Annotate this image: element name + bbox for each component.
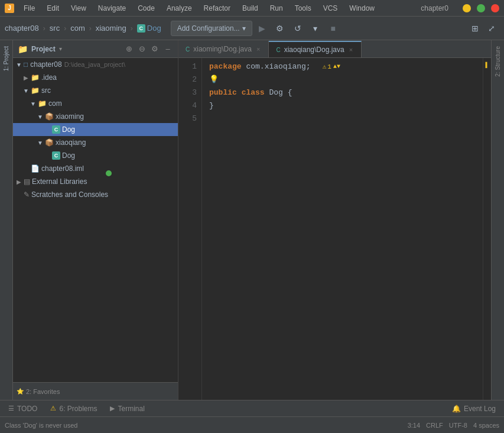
collapse-icon[interactable]: ⊖ [136,44,147,54]
tab-xiaoming-label: xiaoming\Dog.java [193,45,252,53]
menu-build[interactable]: Build [240,3,261,14]
event-log-button[interactable]: 🔔 Event Log [446,402,502,416]
menu-edit[interactable]: Edit [44,3,61,14]
menu-tools[interactable]: Tools [292,3,314,14]
warning-badge: ⚠ [323,60,327,73]
bulb-icon[interactable]: 💡 [209,73,219,86]
tab-problems[interactable]: ⚠ 6: Problems [44,402,103,416]
editor-area: C xiaoming\Dog.java × C xiaoqiang\Dog.ja… [178,40,491,400]
tree-item-iml[interactable]: ▶ 📄 chapter08.iml [13,162,178,175]
hide-icon[interactable]: – [162,44,173,54]
menu-view[interactable]: View [69,3,89,14]
close-button[interactable] [491,4,499,12]
tree-item-chapter08[interactable]: ▼ □ chapter08 D:\idea_java_project\ [13,58,178,71]
line-numbers: 1 2 3 4 5 [178,58,202,400]
external-libs-label: External Libraries [32,177,87,186]
menu-navigate[interactable]: Navigate [96,3,128,14]
tree-item-dog-xiaoming[interactable]: ▶ C Dog [13,123,178,136]
tree-item-external-libs[interactable]: ▶ ▤ External Libraries [13,175,178,188]
side-panel-left: 1: Project [0,40,13,400]
minimize-button[interactable] [463,4,471,12]
tree-item-com[interactable]: ▼ 📁 com [13,97,178,110]
scratches-label: Scratches and Consoles [31,190,108,199]
add-configuration-button[interactable]: Add Configuration... ▾ [171,21,252,36]
refresh-button[interactable]: ↺ [290,21,305,36]
tree-item-xiaoming[interactable]: ▼ 📦 xiaoming [13,110,178,123]
idea-label: .idea [41,73,57,82]
favorites-tab-label[interactable]: 2: Favorites [26,388,60,395]
tab-terminal[interactable]: ▶ Terminal [104,402,150,416]
tree-item-idea[interactable]: ▶ 📁 .idea [13,71,178,84]
maximize-button[interactable] [477,4,485,12]
external-libs-icon: ▤ [24,177,30,186]
layout-button[interactable]: ⊞ [467,21,483,36]
menu-refactor[interactable]: Refactor [201,3,233,14]
settings-icon[interactable]: ⚙ [149,44,160,54]
add-config-label: Add Configuration... [177,24,240,33]
menu-run[interactable]: Run [268,3,285,14]
breadcrumb-dog[interactable]: C Dog [137,24,161,33]
tree-item-scratches[interactable]: ▶ ✎ Scratches and Consoles [13,188,178,201]
menu-vcs[interactable]: VCS [321,3,340,14]
breadcrumb-com[interactable]: com [70,24,85,33]
dog-xiaoqiang-label: Dog [62,151,75,160]
code-line-2: 💡 [209,73,484,86]
tab-xiaoming-icon: C [186,46,190,53]
tree-item-src[interactable]: ▼ 📁 src [13,84,178,97]
build-button[interactable]: ⚙ [272,21,288,36]
dog-xiaoming-label: Dog [62,125,75,134]
app-icon: J [5,4,14,13]
breadcrumb-sep-2: › [64,24,66,33]
tab-xiaoming-dog[interactable]: C xiaoming\Dog.java × [178,41,269,57]
add-config-arrow-icon: ▾ [242,24,246,33]
code-area[interactable]: package com.xiaoqiang; ⚠ 1 ▲ ▼ 💡 public … [202,58,491,400]
com-folder-icon: 📁 [38,99,47,108]
code-line-1: package com.xiaoqiang; ⚠ 1 ▲ ▼ [209,60,484,73]
indent-setting[interactable]: 4 spaces [473,422,499,429]
expand-button[interactable]: ⤢ [484,21,499,36]
warning-nav-down[interactable]: ▼ [337,60,340,73]
xiaoqiang-label: xiaoqiang [56,138,86,147]
chapter08-label: chapter08 [30,60,61,69]
project-header-label: Project [31,45,56,53]
breadcrumb-xiaoming[interactable]: xiaoming [96,24,126,33]
event-log-icon: 🔔 [452,405,461,413]
locate-icon[interactable]: ⊕ [123,44,134,54]
menu-window[interactable]: Window [347,3,377,14]
menu-analyze[interactable]: Analyze [164,3,194,14]
breadcrumb-sep-4: › [131,24,133,33]
side-project-label[interactable]: 1: Project [2,43,11,75]
event-log-label: Event Log [464,405,496,413]
tab-xiaoming-close[interactable]: × [255,45,261,53]
dog-xiaoqiang-class-icon: C [52,151,60,160]
tree-item-xiaoqiang[interactable]: ▼ 📦 xiaoqiang [13,136,178,149]
tab-xiaoqiang-close[interactable]: × [348,46,354,54]
code-line-3: public class Dog { [209,86,484,99]
refresh-icon: ↺ [294,24,301,33]
stop-button[interactable]: ■ [326,21,341,36]
run-dropdown-button[interactable]: ▾ [308,21,323,36]
bottom-tabs: ☰ TODO ⚠ 6: Problems ▶ Terminal 🔔 Event … [0,400,504,416]
tree-item-dog-xiaoqiang[interactable]: ▶ C Dog [13,149,178,162]
breadcrumb-project[interactable]: chapter08 [5,24,39,33]
breadcrumb-src[interactable]: src [50,24,60,33]
line-endings[interactable]: CRLF [426,422,443,429]
menu-code[interactable]: Code [135,3,157,14]
menu-file[interactable]: File [21,3,37,14]
run-button[interactable]: ▶ [255,21,270,36]
tab-todo[interactable]: ☰ TODO [2,402,43,416]
build-icon: ⚙ [276,24,284,33]
chapter08-path: D:\idea_java_project\ [64,61,125,68]
project-title: chapter0 [421,4,448,12]
cursor-position[interactable]: 3:14 [408,422,420,429]
breadcrumb-sep-3: › [89,24,92,33]
structure-label[interactable]: 2: Structure [493,43,502,80]
encoding[interactable]: UTF-8 [449,422,467,429]
project-header-arrow[interactable]: ▾ [59,46,62,52]
todo-icon: ☰ [8,405,14,412]
dog-xiaoming-class-icon: C [52,125,60,134]
terminal-icon: ▶ [110,405,115,412]
tab-xiaoqiang-dog[interactable]: C xiaoqiang\Dog.java × [269,41,362,57]
editor-content[interactable]: 1 2 3 4 5 package com.xiaoqiang; ⚠ 1 ▲ ▼ [178,58,491,400]
favorites-label[interactable]: ⭐ 2: Favorites [13,382,178,400]
